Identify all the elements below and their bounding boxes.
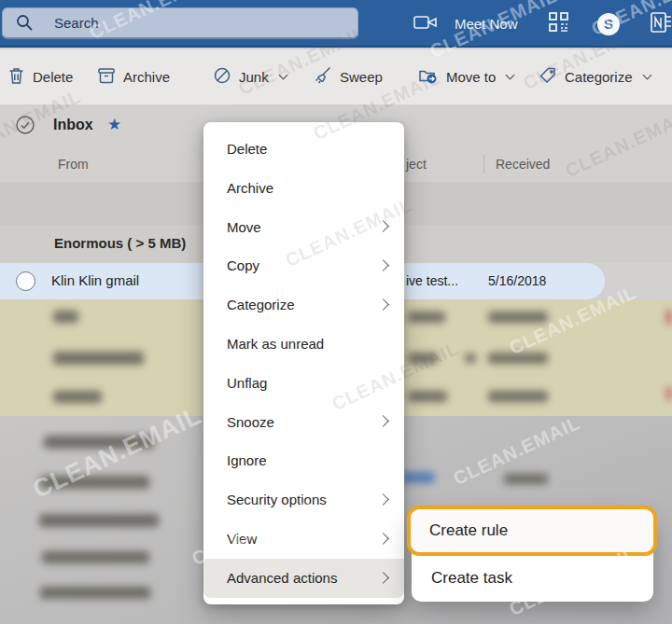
blurred-text	[408, 391, 447, 402]
junk-label: Junk	[239, 69, 269, 85]
sweep-label: Sweep	[340, 69, 383, 85]
submenu-item-create-rule-highlighted[interactable]: Create rule	[407, 506, 657, 556]
blurred-text	[53, 311, 78, 323]
outlook-window: Search Meet Now S	[0, 0, 672, 624]
qr-grid-icon	[549, 12, 568, 35]
menu-item-mark-as-unread[interactable]: Mark as unread	[203, 325, 404, 364]
context-menu: Delete Archive Move Copy Categorize Mark…	[203, 122, 404, 604]
menu-item-label: Mark as unread	[227, 336, 324, 352]
flag-icon	[666, 310, 672, 325]
blurred-text	[408, 312, 445, 323]
chevron-right-icon	[377, 298, 389, 311]
blurred-text	[40, 587, 150, 599]
folder-move-icon	[418, 66, 439, 88]
archive-label: Archive	[123, 69, 170, 85]
broom-icon	[313, 66, 332, 88]
blurred-text	[488, 312, 548, 323]
create-rule-label: Create rule	[429, 521, 508, 540]
blurred-link	[401, 472, 435, 483]
meet-now-button[interactable]: Meet Now	[413, 0, 518, 48]
column-received[interactable]: Received	[496, 157, 550, 172]
menu-item-categorize[interactable]: Categorize	[203, 285, 404, 325]
menu-item-security-options[interactable]: Security options	[203, 480, 404, 520]
row-checkbox[interactable]	[16, 271, 35, 291]
menu-item-ignore[interactable]: Ignore	[203, 441, 404, 480]
command-toolbar: Delete Archive Junk	[0, 49, 672, 104]
blurred-text	[488, 353, 548, 364]
menu-item-label: Move	[227, 219, 261, 235]
onenote-icon	[651, 11, 672, 37]
chevron-right-icon	[377, 221, 389, 233]
move-to-label: Move to	[446, 69, 496, 85]
menu-item-label: Categorize	[227, 297, 295, 312]
menu-item-copy[interactable]: Copy	[203, 246, 404, 285]
meet-now-label: Meet Now	[455, 16, 518, 32]
menu-item-advanced-actions[interactable]: Advanced actions	[203, 559, 404, 598]
block-icon	[213, 66, 231, 88]
select-all-checkbox[interactable]	[15, 115, 35, 139]
archive-button[interactable]: Archive	[97, 49, 170, 104]
flag-icon	[666, 387, 672, 400]
menu-item-label: Security options	[227, 492, 327, 507]
sweep-button[interactable]: Sweep	[313, 49, 383, 104]
column-from[interactable]: From	[58, 157, 89, 172]
video-camera-icon	[413, 14, 438, 34]
menu-item-move[interactable]: Move	[203, 208, 404, 247]
favorite-star-icon[interactable]: ★	[107, 115, 121, 134]
categorize-button[interactable]: Categorize	[539, 49, 651, 104]
archive-icon	[97, 66, 116, 88]
folder-title: Inbox	[53, 117, 93, 133]
chevron-down-icon	[642, 71, 651, 80]
blurred-text	[42, 551, 149, 563]
skype-button[interactable]: S	[597, 0, 620, 48]
menu-item-label: View	[227, 531, 257, 547]
menu-item-label: Copy	[227, 257, 259, 273]
column-subject[interactable]: ject	[406, 157, 427, 172]
top-bar: Search Meet Now S	[0, 0, 672, 48]
delete-button[interactable]: Delete	[7, 49, 73, 104]
trash-icon	[7, 66, 25, 88]
onenote-button[interactable]	[651, 0, 672, 48]
submenu-item-create-task[interactable]: Create task	[431, 558, 512, 599]
blurred-text	[53, 391, 102, 403]
menu-item-label: Snooze	[227, 414, 274, 430]
blurred-text	[504, 474, 548, 484]
menu-item-unflag[interactable]: Unflag	[203, 364, 404, 403]
search-input[interactable]: Search	[2, 7, 358, 39]
chevron-right-icon	[377, 533, 389, 545]
subject-text: ive test...	[406, 273, 458, 288]
move-to-button[interactable]: Move to	[418, 49, 513, 104]
blurred-text	[44, 436, 154, 449]
delete-label: Delete	[33, 69, 73, 85]
column-divider	[483, 155, 484, 173]
chevron-right-icon	[377, 259, 389, 271]
menu-item-archive[interactable]: Archive	[203, 169, 404, 208]
chevron-right-icon	[377, 493, 389, 506]
received-date: 5/16/2018	[488, 273, 546, 288]
chevron-right-icon	[377, 416, 389, 428]
categorize-label: Categorize	[565, 69, 633, 85]
chevron-right-icon	[377, 572, 389, 584]
chevron-down-icon	[278, 71, 287, 80]
blurred-text	[39, 514, 159, 527]
blurred-text	[53, 352, 144, 365]
sender-name: Klin Klin gmail	[51, 272, 139, 288]
group-header-label: Enormous ( > 5 MB)	[54, 235, 186, 251]
menu-item-view[interactable]: View	[203, 520, 404, 559]
menu-item-label: Ignore	[227, 452, 267, 468]
menu-item-label: Archive	[227, 180, 273, 196]
menu-item-label: Delete	[227, 141, 267, 157]
apps-grid-button[interactable]	[549, 0, 568, 48]
blurred-text	[465, 354, 476, 363]
chevron-down-icon	[506, 71, 515, 80]
menu-item-delete[interactable]: Delete	[203, 130, 404, 169]
menu-item-label: Advanced actions	[227, 570, 337, 586]
search-icon	[16, 14, 47, 33]
search-placeholder: Search	[54, 15, 99, 31]
blurred-text	[408, 353, 438, 364]
blurred-text	[40, 476, 149, 489]
menu-item-label: Unflag	[227, 375, 267, 391]
skype-icon: S	[597, 13, 620, 35]
junk-button[interactable]: Junk	[213, 49, 287, 104]
menu-item-snooze[interactable]: Snooze	[203, 403, 404, 442]
